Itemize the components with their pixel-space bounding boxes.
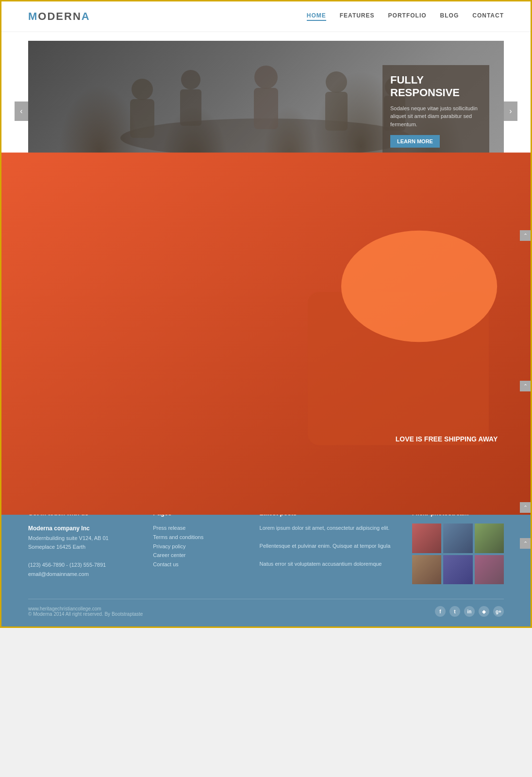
nav-features[interactable]: FEATURES (340, 12, 375, 21)
nav-home[interactable]: HOME (307, 12, 326, 21)
scroll-up-button-4[interactable]: ⌃ (520, 538, 531, 549)
logo-text: ODERN (38, 10, 81, 22)
work-item-4[interactable]: LOVE IS FREE SHIPPING AWAY (389, 407, 504, 471)
main-content: FULLY RESPONSIVE Sodales neque vitae jus… (1, 41, 531, 626)
scroll-up-button-1[interactable]: ⌃ (520, 230, 531, 241)
work-image-4: LOVE IS FREE SHIPPING AWAY (389, 407, 504, 471)
logo[interactable]: MODERNA (28, 10, 90, 23)
logo-icon: M (28, 10, 38, 22)
hero-prev-button[interactable]: ‹ (15, 101, 28, 121)
scroll-up-button-3[interactable]: ⌃ (520, 502, 531, 513)
logo-a: A (82, 10, 90, 22)
scroll-up-button-2[interactable]: ⌃ (520, 381, 531, 391)
nav-contact[interactable]: CONTACT (472, 12, 504, 21)
work-text-4: LOVE IS FREE SHIPPING AWAY (391, 430, 503, 448)
hero-next-button[interactable]: › (504, 101, 517, 121)
nav-blog[interactable]: BLOG (440, 12, 459, 21)
header: MODERNA HOME FEATURES PORTFOLIO BLOG CON… (1, 1, 531, 32)
recent-works-section: Recent Works (1, 373, 531, 490)
main-nav: HOME FEATURES PORTFOLIO BLOG CONTACT (307, 12, 504, 21)
nav-portfolio[interactable]: PORTFOLIO (388, 12, 427, 21)
works-grid: Step 1 expert Showcase Site demo for med… (28, 407, 504, 471)
